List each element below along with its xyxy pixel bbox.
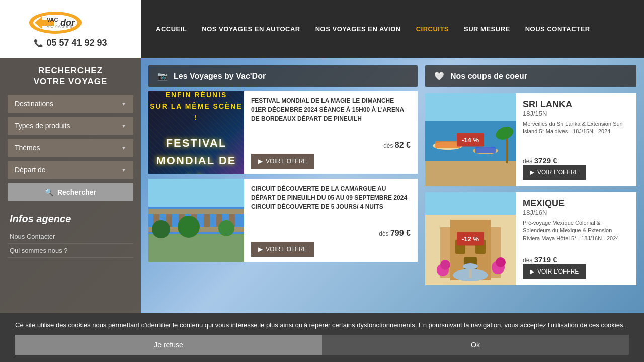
logo: VAC VOYAGES dor: [28, 10, 113, 36]
coeur-country: MEXIQUE: [523, 198, 629, 209]
coeur-card-body: MEXIQUE 18J/16N Pré-voyage Mexique Colon…: [516, 192, 636, 285]
sidebar: RECHERCHEZ VOTRE VOYAGE Destinations ▼ T…: [0, 58, 141, 322]
search-icon: 🔍: [45, 188, 53, 196]
arrow-right-icon: ▶: [258, 158, 263, 165]
infos-agence-title: Infos agence: [8, 213, 133, 225]
coeur-price: dès 3729 €: [523, 156, 629, 165]
coeur-price: dès 3719 €: [523, 255, 629, 264]
content-area: 📷 Les Voyages by Vac'Dor LES PLUS GRANDS…: [141, 58, 644, 322]
nav-contact[interactable]: NOUS CONTACTER: [525, 25, 590, 33]
svg-rect-31: [425, 192, 516, 215]
coeurs-section-header: 🤍 Nos coups de coeur: [425, 65, 636, 87]
svg-point-40: [463, 263, 478, 269]
search-button[interactable]: 🔍 Rechercher: [8, 183, 133, 201]
voyage-card: LES PLUS GRANDSMAGICIENS DU MONDEENFIN R…: [148, 91, 418, 174]
svg-text:dor: dor: [60, 18, 75, 28]
voir-offre-button[interactable]: ▶ VOIR L'OFFRE: [523, 165, 586, 180]
arrow-right-icon: ▶: [258, 246, 263, 253]
chevron-down-icon: ▼: [121, 101, 126, 107]
chevron-down-icon: ▼: [121, 167, 126, 173]
svg-point-20: [218, 220, 234, 236]
svg-rect-6: [148, 179, 244, 207]
sidebar-title: RECHERCHEZ VOTRE VOYAGE: [8, 65, 133, 87]
svg-rect-8: [148, 234, 244, 262]
coeur-country: SRI LANKA: [523, 99, 629, 110]
svg-rect-30: [475, 147, 496, 153]
header: VAC VOYAGES dor 📞 05 57 41 92 93 ACCUEIL…: [0, 0, 644, 58]
svg-rect-21: [425, 93, 516, 121]
voyage-price: dès 799 €: [251, 229, 411, 238]
voyage-title: FESTIVAL MONDIAL DE LA MAGIE LE DIMANCHE…: [251, 96, 411, 123]
coeur-image-mexique: -12 %: [425, 192, 516, 285]
arrow-right-icon: ▶: [530, 268, 534, 275]
coeurs-section-title: Nos coups de coeur: [450, 72, 527, 81]
depart-dropdown[interactable]: Départ de ▼: [8, 161, 133, 179]
logo-area: VAC VOYAGES dor 📞 05 57 41 92 93: [0, 0, 141, 58]
svg-point-19: [178, 216, 200, 238]
discount-badge: -12 %: [457, 232, 484, 245]
voyages-section-header: 📷 Les Voyages by Vac'Dor: [148, 65, 418, 87]
nav-bar: ACCUEIL NOS VOYAGES EN AUTOCAR NOS VOYAG…: [141, 0, 644, 58]
voyage-card-body: FESTIVAL MONDIAL DE LA MAGIE LE DIMANCHE…: [244, 91, 418, 174]
nav-mesure[interactable]: SUR MESURE: [464, 25, 510, 33]
coeur-description: Merveilles du Sri Lanka & Extension Sun …: [523, 120, 629, 136]
voyage-card-body: CIRCUIT DÉCOUVERTE DE LA CAMARGUE AU DÉP…: [244, 179, 418, 262]
left-column: 📷 Les Voyages by Vac'Dor LES PLUS GRANDS…: [148, 65, 418, 314]
coeur-description: Pré-voyage Mexique Colonial & Splendeurs…: [523, 219, 629, 242]
coeur-duration: 18J/16N: [523, 209, 629, 216]
svg-point-18: [152, 220, 170, 238]
voyages-section-title: Les Voyages by Vac'Dor: [174, 72, 266, 81]
voyage-card: CIRCUIT DÉCOUVERTE DE LA CAMARGUE AU DÉP…: [148, 179, 418, 262]
voyage-image-camargue: [148, 179, 244, 262]
themes-dropdown[interactable]: Thèmes ▼: [8, 139, 133, 157]
voir-offre-button[interactable]: ▶ VOIR L'OFFRE: [523, 264, 586, 279]
coeur-card: -14 % SRI LANKA 18J/15N Merveilles du Sr…: [425, 93, 636, 186]
svg-rect-23: [425, 161, 516, 186]
arrow-right-icon: ▶: [530, 169, 534, 176]
types-dropdown[interactable]: Types de produits ▼: [8, 117, 133, 135]
svg-rect-16: [148, 209, 244, 214]
sidebar-link-about[interactable]: Qui sommes nous ?: [8, 244, 133, 258]
coeur-card-body: SRI LANKA 18J/15N Merveilles du Sri Lank…: [516, 93, 636, 186]
nav-accueil[interactable]: ACCUEIL: [156, 25, 187, 33]
destinations-dropdown[interactable]: Destinations ▼: [8, 95, 133, 113]
cookie-banner: Ce site utilise des cookies nous permett…: [0, 313, 644, 363]
voyage-image-magie: LES PLUS GRANDSMAGICIENS DU MONDEENFIN R…: [148, 91, 244, 174]
camera-icon: 📷: [157, 71, 168, 81]
svg-point-44: [496, 257, 506, 267]
voir-offre-button[interactable]: ▶ VOIR L'OFFRE: [251, 242, 314, 257]
svg-point-42: [440, 260, 450, 270]
two-column-layout: 📷 Les Voyages by Vac'Dor LES PLUS GRANDS…: [148, 65, 636, 314]
nav-circuits[interactable]: CIRCUITS: [416, 25, 449, 33]
svg-text:VAC: VAC: [47, 17, 58, 23]
coeur-duration: 18J/15N: [523, 110, 629, 117]
sidebar-link-contact[interactable]: Nous Contacter: [8, 230, 133, 244]
chevron-down-icon: ▼: [121, 123, 126, 129]
right-column: 🤍 Nos coups de coeur: [425, 65, 636, 314]
coeur-image-srilanka: -14 %: [425, 93, 516, 186]
voir-offre-button[interactable]: ▶ VOIR L'OFFRE: [251, 154, 314, 169]
main-area: RECHERCHEZ VOTRE VOYAGE Destinations ▼ T…: [0, 58, 644, 322]
coeur-card: -12 % MEXIQUE 18J/16N Pré-voyage Mexique…: [425, 192, 636, 285]
voyage-title: CIRCUIT DÉCOUVERTE DE LA CAMARGUE AU DÉP…: [251, 184, 411, 211]
phone-line: 📞 05 57 41 92 93: [34, 38, 107, 48]
nav-avion[interactable]: NOS VOYAGES EN AVION: [315, 25, 401, 33]
voyage-price: dès 82 €: [251, 141, 411, 150]
cookie-refuse-button[interactable]: Je refuse: [15, 335, 322, 355]
discount-badge: -14 %: [457, 133, 484, 146]
heart-icon: 🤍: [434, 71, 444, 81]
phone-icon: 📞: [34, 39, 43, 48]
chevron-down-icon: ▼: [121, 145, 126, 151]
phone-number: 05 57 41 92 93: [46, 38, 107, 48]
cookie-buttons: Je refuse Ok: [15, 335, 629, 355]
cookie-ok-button[interactable]: Ok: [322, 335, 629, 355]
nav-autocar[interactable]: NOS VOYAGES EN AUTOCAR: [202, 25, 300, 33]
cookie-text: Ce site utilise des cookies nous permett…: [15, 320, 629, 330]
